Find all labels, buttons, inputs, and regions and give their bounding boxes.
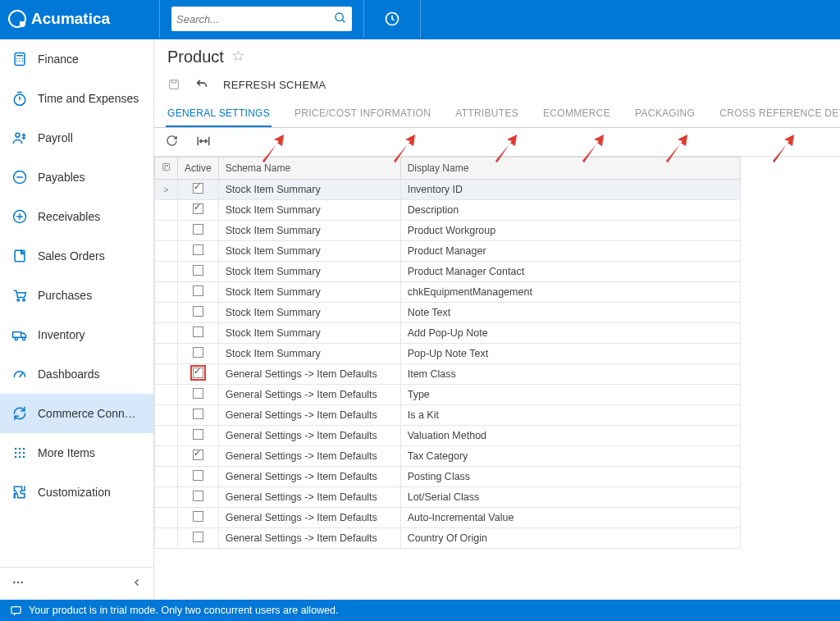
svg-point-32 <box>23 456 25 459</box>
active-checkbox[interactable] <box>178 200 219 221</box>
svg-point-22 <box>15 337 17 340</box>
schema-name-cell: General Settings -> Item Defaults <box>218 446 400 467</box>
sidebar-item-finance[interactable]: Finance <box>0 39 153 79</box>
active-checkbox[interactable] <box>178 487 219 508</box>
favorite-icon[interactable] <box>232 50 244 65</box>
display-name-cell: Valuation Method <box>400 426 740 446</box>
sidebar-item-dashboards[interactable]: Dashboards <box>0 354 153 394</box>
display-name-cell: Country Of Origin <box>400 528 740 549</box>
display-name-cell: Add Pop-Up Note <box>400 323 740 344</box>
table-row[interactable]: General Settings -> Item DefaultsPosting… <box>155 467 741 487</box>
table-row[interactable]: General Settings -> Item DefaultsLot/Ser… <box>155 487 741 508</box>
undo-icon[interactable] <box>195 78 208 91</box>
schema-table: Active Schema Name Display Name >Stock I… <box>154 157 741 549</box>
display-name-cell: Lot/Serial Class <box>400 487 740 508</box>
col-schema[interactable]: Schema Name <box>218 158 400 180</box>
table-row[interactable]: Stock Item SummaryPop-Up Note Text <box>155 344 741 364</box>
table-row[interactable]: Stock Item SummaryAdd Pop-Up Note <box>155 323 741 344</box>
brand-logo[interactable]: Acumatica <box>8 10 148 28</box>
refresh-icon[interactable] <box>166 135 178 149</box>
active-checkbox[interactable] <box>178 508 219 528</box>
tab-attributes[interactable]: ATTRIBUTES <box>454 99 520 127</box>
sidebar-item-inventory[interactable]: Inventory <box>0 315 153 354</box>
save-icon[interactable] <box>167 78 180 91</box>
truck-icon <box>11 326 28 343</box>
svg-point-28 <box>19 452 21 454</box>
display-name-cell: Is a Kit <box>400 405 740 426</box>
active-checkbox[interactable] <box>178 426 219 446</box>
active-checkbox[interactable] <box>178 262 219 282</box>
status-message: Your product is in trial mode. Only two … <box>29 605 339 616</box>
table-row[interactable]: General Settings -> Item DefaultsAuto-In… <box>155 508 741 528</box>
sidebar-item-more-items[interactable]: More Items <box>0 433 153 473</box>
active-checkbox[interactable] <box>178 364 219 385</box>
calculator-icon <box>11 51 28 67</box>
minus-circle-icon <box>11 169 28 185</box>
tab-price-cost-information[interactable]: PRICE/COST INFORMATION <box>293 99 432 127</box>
col-display[interactable]: Display Name <box>400 158 740 180</box>
table-row[interactable]: General Settings -> Item DefaultsTax Cat… <box>155 446 741 467</box>
row-indicator <box>155 508 178 528</box>
table-row[interactable]: Stock Item SummaryProduct Manager <box>155 241 741 262</box>
sidebar-item-time-and-expenses[interactable]: Time and Expenses <box>0 79 153 118</box>
active-checkbox[interactable] <box>178 446 219 467</box>
display-name-cell: Type <box>400 385 740 405</box>
sidebar-item-payroll[interactable]: Payroll <box>0 118 153 158</box>
search-box[interactable] <box>171 7 352 31</box>
row-indicator <box>155 487 178 508</box>
table-row[interactable]: Stock Item SummaryProduct Manager Contac… <box>155 262 741 282</box>
table-row[interactable]: >Stock Item SummaryInventory ID <box>155 180 741 200</box>
svg-point-24 <box>15 448 17 450</box>
active-checkbox[interactable] <box>178 323 219 344</box>
schema-name-cell: Stock Item Summary <box>218 221 400 241</box>
schema-name-cell: Stock Item Summary <box>218 241 400 262</box>
table-row[interactable]: General Settings -> Item DefaultsCountry… <box>155 528 741 549</box>
fit-columns-icon[interactable] <box>196 135 211 149</box>
row-indicator <box>155 385 178 405</box>
sidebar-footer <box>0 567 153 600</box>
sidebar-item-purchases[interactable]: Purchases <box>0 276 153 315</box>
table-row[interactable]: General Settings -> Item DefaultsType <box>155 385 741 405</box>
table-row[interactable]: Stock Item SummarychkEquipmentManagement <box>155 282 741 303</box>
table-row[interactable]: General Settings -> Item DefaultsIs a Ki… <box>155 405 741 426</box>
sidebar-item-customization[interactable]: Customization <box>0 473 153 512</box>
active-checkbox[interactable] <box>178 241 219 262</box>
active-checkbox[interactable] <box>178 282 219 303</box>
sidebar-item-payables[interactable]: Payables <box>0 158 153 197</box>
col-active[interactable]: Active <box>178 158 219 180</box>
active-checkbox[interactable] <box>178 221 219 241</box>
col-indicator[interactable] <box>155 158 178 180</box>
sidebar-item-receivables[interactable]: Receivables <box>0 197 153 236</box>
collapse-icon[interactable] <box>132 578 142 590</box>
refresh-schema-button[interactable]: REFRESH SCHEMA <box>223 79 326 91</box>
table-row[interactable]: General Settings -> Item DefaultsItem Cl… <box>155 364 741 385</box>
table-row[interactable]: Stock Item SummaryDescription <box>155 200 741 221</box>
svg-rect-37 <box>162 163 169 170</box>
sidebar-item-sales-orders[interactable]: Sales Orders <box>0 236 153 276</box>
active-checkbox[interactable] <box>178 405 219 426</box>
table-row[interactable]: General Settings -> Item DefaultsValuati… <box>155 426 741 446</box>
clock-icon[interactable] <box>376 2 409 35</box>
active-checkbox[interactable] <box>178 528 219 549</box>
more-icon[interactable] <box>11 576 25 591</box>
active-checkbox[interactable] <box>178 180 219 200</box>
search-icon[interactable] <box>334 11 347 27</box>
active-checkbox[interactable] <box>178 385 219 405</box>
tab-cross-reference-details[interactable]: CROSS REFERENCE DETAILS <box>718 99 840 127</box>
active-checkbox[interactable] <box>178 303 219 323</box>
tab-general-settings[interactable]: GENERAL SETTINGS <box>166 99 272 127</box>
tab-packaging[interactable]: PACKAGING <box>633 99 696 127</box>
active-checkbox[interactable] <box>178 344 219 364</box>
search-input[interactable] <box>176 13 334 25</box>
table-row[interactable]: Stock Item SummaryNote Text <box>155 303 741 323</box>
table-row[interactable]: Stock Item SummaryProduct Workgroup <box>155 221 741 241</box>
table-container[interactable]: Active Schema Name Display Name >Stock I… <box>154 157 840 600</box>
sidebar-item-label: More Items <box>38 446 95 459</box>
row-indicator <box>155 303 178 323</box>
row-indicator <box>155 241 178 262</box>
tab-ecommerce[interactable]: ECOMMERCE <box>541 99 612 127</box>
schema-name-cell: General Settings -> Item Defaults <box>218 385 400 405</box>
active-checkbox[interactable] <box>178 467 219 487</box>
sidebar-item-commerce-connec-[interactable]: Commerce Connec… <box>0 394 153 433</box>
svg-rect-39 <box>167 165 168 167</box>
